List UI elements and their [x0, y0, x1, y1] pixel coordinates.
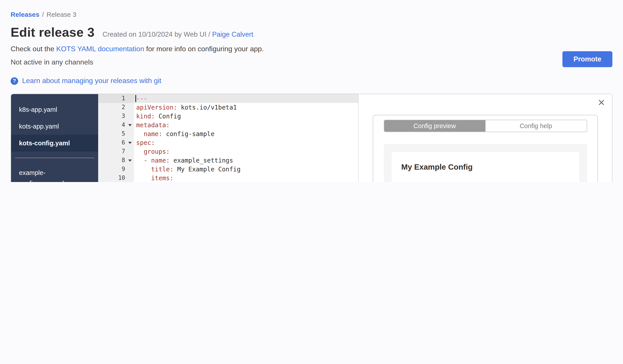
line-number: 3	[98, 112, 134, 121]
code-line[interactable]: 4metadata:	[98, 121, 358, 129]
breadcrumb-separator: /	[42, 11, 44, 18]
file-tree: k8s-app.yamlkots-app.yamlkots-config.yam…	[11, 94, 98, 182]
title-row: Edit release 3 Created on 10/10/2024 by …	[11, 25, 612, 40]
breadcrumb-current: Release 3	[46, 11, 76, 18]
file-list: k8s-app.yamlkots-app.yamlkots-config.yam…	[11, 101, 98, 182]
release-workbench: k8s-app.yamlkots-app.yamlkots-config.yam…	[11, 94, 612, 182]
edit-release-page: Releases/Release 3 Edit release 3 Create…	[0, 0, 623, 182]
code-line[interactable]: 2apiVersion: kots.io/v1beta1	[98, 103, 358, 112]
author-link[interactable]: Paige Calvert	[212, 30, 253, 38]
line-number: 8	[98, 156, 134, 165]
config-preview-body: My Example Config Customize Text Inputs …	[384, 144, 587, 182]
preview-tabs: Config previewConfig help	[384, 120, 587, 132]
code-line[interactable]: 3kind: Config	[98, 112, 358, 121]
line-number: 4	[98, 121, 134, 129]
code-line[interactable]: 5 name: config-sample	[98, 129, 358, 138]
code-lines: 1---2apiVersion: kots.io/v1beta13kind: C…	[98, 94, 358, 182]
tab-config-preview[interactable]: Config preview	[384, 120, 485, 132]
code-editor[interactable]: 1---2apiVersion: kots.io/v1beta13kind: C…	[98, 94, 358, 182]
code-line[interactable]: 7 groups:	[98, 147, 358, 156]
fold-arrow-icon[interactable]	[128, 124, 132, 126]
line-number: 9	[98, 165, 134, 174]
line-number: 2	[98, 103, 134, 112]
config-preview-panel: × Config previewConfig help My Example C…	[358, 94, 612, 182]
config-preview-card: Config previewConfig help My Example Con…	[373, 115, 598, 182]
text-cursor	[135, 95, 136, 102]
line-number: 5	[98, 129, 134, 138]
git-releases-link[interactable]: Learn about managing your releases with …	[22, 77, 161, 85]
kots-docs-link[interactable]: KOTS YAML documentation	[56, 45, 144, 53]
line-number: 6	[98, 138, 134, 147]
line-number: 7	[98, 147, 134, 156]
code-line[interactable]: 1---	[98, 94, 358, 103]
breadcrumb-releases-link[interactable]: Releases	[11, 11, 39, 18]
line-number: 10	[98, 174, 134, 182]
app-root: Releases/Release 3 Edit release 3 Create…	[0, 0, 623, 182]
info-row: Check out the KOTS YAML documentation fo…	[11, 45, 612, 53]
file-item-kots-app.yaml[interactable]: kots-app.yaml	[11, 118, 98, 135]
code-line[interactable]: 6spec:	[98, 138, 358, 147]
info-suffix: for more info on configuring your app.	[144, 45, 264, 53]
help-question-icon[interactable]: ?	[11, 77, 18, 85]
channel-status-text: Not active in any channels	[11, 58, 612, 66]
breadcrumb: Releases/Release 3	[11, 11, 612, 18]
page-title: Edit release 3	[11, 25, 95, 40]
config-form: My Example Config Customize Text Inputs …	[392, 152, 579, 182]
fold-arrow-icon[interactable]	[128, 159, 132, 162]
code-line[interactable]: 9 title: My Example Config	[98, 165, 358, 174]
file-list-divider	[15, 158, 94, 158]
promote-button[interactable]: Promote	[562, 51, 612, 67]
config-group-title: My Example Config	[401, 162, 569, 172]
git-help-row: ? Learn about managing your releases wit…	[11, 77, 612, 85]
code-line[interactable]: 8 - name: example_settings	[98, 156, 358, 165]
info-prefix: Check out the	[11, 45, 56, 53]
created-prefix: Created on 10/10/2024 by Web UI /	[103, 30, 210, 38]
tab-config-help[interactable]: Config help	[485, 120, 586, 132]
close-icon[interactable]: ×	[598, 97, 605, 109]
created-text: Created on 10/10/2024 by Web UI / Paige …	[103, 30, 253, 39]
code-line[interactable]: 10 items:	[98, 174, 358, 182]
file-item-k8s-app.yaml[interactable]: k8s-app.yaml	[11, 101, 98, 118]
file-item-kots-config.yaml[interactable]: kots-config.yaml	[11, 135, 98, 152]
line-number: 1	[98, 94, 134, 103]
fold-arrow-icon[interactable]	[128, 142, 132, 144]
file-item-example-configmap.yaml[interactable]: example-configmap.yaml	[11, 164, 98, 182]
